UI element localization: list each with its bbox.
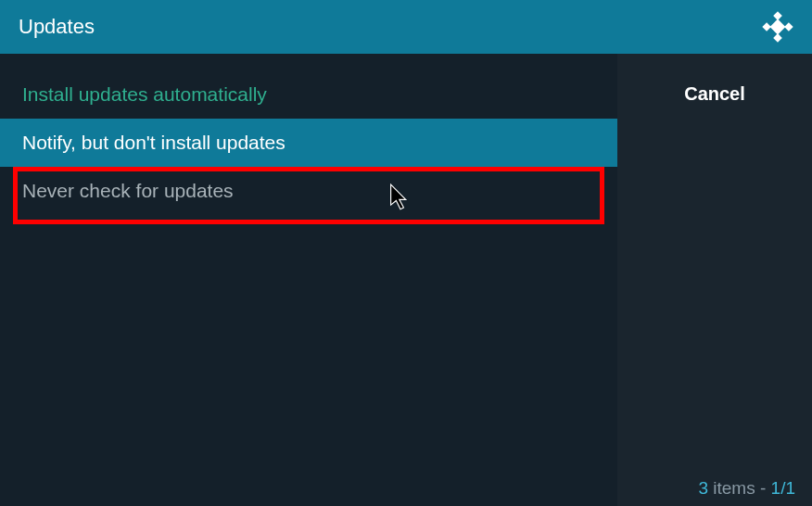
cancel-button[interactable]: Cancel — [617, 70, 812, 118]
dialog-title: Updates — [19, 15, 95, 39]
footer-status: 3 items - 1/1 — [698, 478, 795, 499]
options-list: Install updates automatically Notify, bu… — [0, 54, 617, 506]
option-notify-only[interactable]: Notify, but don't install updates — [0, 119, 617, 167]
kodi-logo-icon — [762, 11, 793, 43]
svg-rect-0 — [773, 11, 782, 20]
items-label: items - — [708, 478, 771, 498]
option-install-auto[interactable]: Install updates automatically — [0, 70, 617, 119]
page-indicator: 1/1 — [771, 478, 795, 498]
item-count: 3 — [698, 478, 708, 498]
titlebar: Updates — [0, 0, 812, 54]
svg-rect-1 — [773, 33, 782, 43]
svg-rect-4 — [770, 19, 786, 35]
content-area: Install updates automatically Notify, bu… — [0, 54, 812, 506]
side-panel: Cancel — [617, 54, 812, 506]
svg-rect-3 — [784, 22, 793, 32]
dialog-window: Updates Install updates automatically No… — [0, 0, 812, 506]
option-never-check[interactable]: Never check for updates — [0, 167, 617, 215]
svg-rect-2 — [762, 22, 771, 32]
